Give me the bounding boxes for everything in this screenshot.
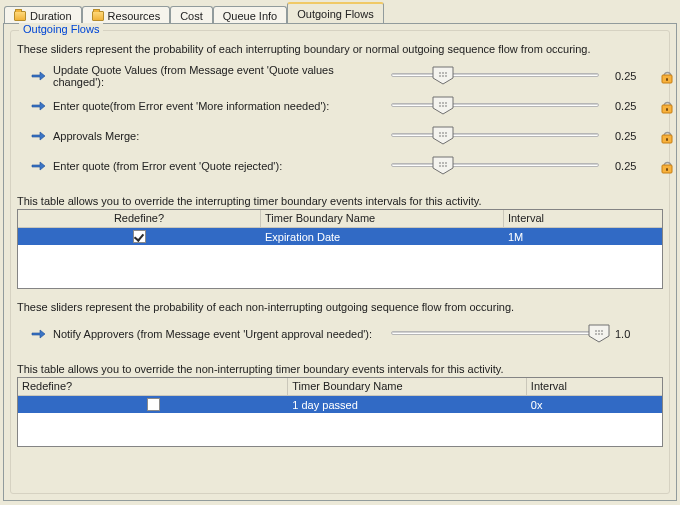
lock-icon[interactable] (659, 158, 675, 174)
tab-cost[interactable]: Cost (170, 6, 213, 24)
group-title: Outgoing Flows (19, 23, 103, 35)
cell-redefine (18, 397, 288, 413)
arrow-right-icon (31, 130, 45, 142)
interrupting-table: Redefine? Timer Boundary Name Interval E… (17, 209, 663, 289)
slider-value: 0.25 (615, 130, 649, 142)
lock-icon[interactable] (659, 98, 675, 114)
slider-value: 0.25 (615, 160, 649, 172)
table-header: Redefine? Timer Boundary Name Interval (18, 378, 662, 396)
window: Duration Resources Cost Queue Info Outgo… (0, 0, 680, 505)
slider-thumb[interactable] (432, 156, 454, 174)
slider[interactable] (391, 321, 599, 347)
slider-thumb[interactable] (432, 66, 454, 84)
lock-icon[interactable] (659, 128, 675, 144)
th-interval[interactable]: Interval (504, 210, 662, 227)
noninterrupting-table-desc: This table allows you to override the no… (17, 363, 663, 375)
slider-value: 1.0 (615, 328, 649, 340)
slider-label: Approvals Merge: (53, 130, 383, 142)
table-row[interactable]: Expiration Date1M (18, 228, 662, 245)
slider[interactable] (391, 63, 599, 89)
arrow-right-icon (31, 328, 45, 340)
redefine-checkbox[interactable] (133, 230, 146, 243)
cell-name: 1 day passed (288, 398, 527, 412)
arrow-right-icon (31, 100, 45, 112)
table-row[interactable]: 1 day passed0x (18, 396, 662, 413)
slider-label: Enter quote(from Error event 'More infor… (53, 100, 383, 112)
redefine-checkbox[interactable] (147, 398, 160, 411)
tab-resources[interactable]: Resources (82, 6, 171, 24)
slider-label: Enter quote (from Error event 'Quote rej… (53, 160, 383, 172)
folder-icon (14, 11, 26, 21)
cell-name: Expiration Date (261, 230, 504, 244)
th-name[interactable]: Timer Boundary Name (261, 210, 504, 227)
tab-label: Duration (30, 10, 72, 22)
slider-row: Notify Approvers (from Message event 'Ur… (17, 319, 663, 349)
slider-label: Update Quote Values (from Message event … (53, 64, 383, 88)
tab-duration[interactable]: Duration (4, 6, 82, 24)
th-name[interactable]: Timer Boundary Name (288, 378, 527, 395)
slider-row: Enter quote (from Error event 'Quote rej… (17, 151, 663, 181)
slider-track (391, 163, 599, 167)
tab-label: Resources (108, 10, 161, 22)
slider[interactable] (391, 153, 599, 179)
tab-label: Outgoing Flows (297, 8, 373, 20)
cell-interval: 0x (527, 398, 662, 412)
interrupting-table-desc: This table allows you to override the in… (17, 195, 663, 207)
table-header: Redefine? Timer Boundary Name Interval (18, 210, 662, 228)
outgoing-flows-group: Outgoing Flows These sliders represent t… (10, 30, 670, 494)
cell-interval: 1M (504, 230, 662, 244)
noninterrupting-sliders-desc: These sliders represent the probability … (17, 301, 663, 313)
slider-track (391, 133, 599, 137)
slider-value: 0.25 (615, 100, 649, 112)
slider-track (391, 73, 599, 77)
tab-queue-info[interactable]: Queue Info (213, 6, 287, 24)
slider-label: Notify Approvers (from Message event 'Ur… (53, 328, 383, 340)
cell-redefine (18, 229, 261, 245)
table-body: 1 day passed0x (18, 396, 662, 446)
noninterrupting-section: These sliders represent the probability … (17, 301, 663, 447)
noninterrupting-table: Redefine? Timer Boundary Name Interval 1… (17, 377, 663, 447)
arrow-right-icon (31, 70, 45, 82)
lock-icon[interactable] (659, 68, 675, 84)
th-redefine[interactable]: Redefine? (18, 378, 288, 395)
th-interval[interactable]: Interval (527, 378, 662, 395)
slider-thumb[interactable] (588, 324, 610, 342)
noninterrupting-sliders-list: Notify Approvers (from Message event 'Ur… (17, 319, 663, 349)
tab-label: Cost (180, 10, 203, 22)
slider-value: 0.25 (615, 70, 649, 82)
arrow-right-icon (31, 160, 45, 172)
slider-track (391, 103, 599, 107)
tab-label: Queue Info (223, 10, 277, 22)
slider-row: Update Quote Values (from Message event … (17, 61, 663, 91)
folder-icon (92, 11, 104, 21)
interrupting-sliders-list: Update Quote Values (from Message event … (17, 61, 663, 181)
slider-track (391, 331, 599, 335)
slider-row: Approvals Merge:0.25 (17, 121, 663, 151)
slider-thumb[interactable] (432, 96, 454, 114)
slider-thumb[interactable] (432, 126, 454, 144)
slider[interactable] (391, 123, 599, 149)
tab-outgoing-flows[interactable]: Outgoing Flows (287, 2, 383, 23)
slider[interactable] (391, 93, 599, 119)
slider-row: Enter quote(from Error event 'More infor… (17, 91, 663, 121)
interrupting-sliders-desc: These sliders represent the probability … (17, 43, 663, 55)
tab-strip: Duration Resources Cost Queue Info Outgo… (0, 2, 680, 23)
table-body: Expiration Date1M (18, 228, 662, 288)
tab-panel: Outgoing Flows These sliders represent t… (3, 23, 677, 501)
th-redefine[interactable]: Redefine? (18, 210, 261, 227)
